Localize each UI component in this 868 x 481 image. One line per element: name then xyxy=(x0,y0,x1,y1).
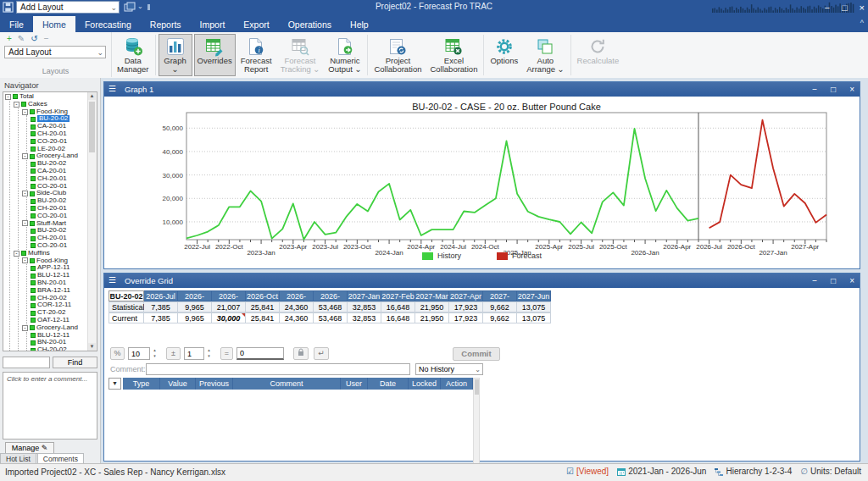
tree-item-cakes[interactable]: -Cakes xyxy=(14,101,87,108)
tree-collapse-icon[interactable]: - xyxy=(22,325,28,331)
grid-cell[interactable]: 53,468 xyxy=(314,301,348,312)
tree-item-ca-20-01[interactable]: CA-20-01 xyxy=(31,168,87,175)
history-column-action[interactable]: Action xyxy=(441,378,473,390)
tree-collapse-icon[interactable]: - xyxy=(22,109,28,115)
history-table-scrollbar[interactable] xyxy=(473,378,480,467)
menu-tab-home[interactable]: Home xyxy=(33,16,75,32)
maximize-icon[interactable]: □ xyxy=(831,85,836,94)
grid-column-header[interactable]: 2026-Nov xyxy=(280,290,314,301)
menu-tab-export[interactable]: Export xyxy=(234,16,278,32)
minimize-icon[interactable]: − xyxy=(812,276,817,285)
manage-button[interactable]: Manage ✎ xyxy=(5,442,54,454)
grid-column-header[interactable]: 2026-Oct xyxy=(246,290,280,301)
grid-column-header[interactable]: 2027-Feb xyxy=(381,290,415,301)
tree-item-ch-20-02[interactable]: CH-20-02 xyxy=(31,346,87,351)
tree-item-grocery-land[interactable]: -Grocery-Land xyxy=(22,152,87,160)
tree-item-bu-20-02[interactable]: BU-20-02 xyxy=(31,227,87,235)
tree-item-bu-20-02[interactable]: BU-20-02 xyxy=(31,197,87,205)
status-hierarchy[interactable]: Hierarchy 1-2-3-4 xyxy=(715,467,792,476)
grid-cell[interactable]: 24,360 xyxy=(280,312,314,323)
grid-cell[interactable]: 32,853 xyxy=(348,301,381,312)
tree-item-ch-20-01[interactable]: CH-20-01 xyxy=(31,235,87,242)
options-button[interactable]: Options xyxy=(487,34,521,76)
tree-item-le-20-02[interactable]: LE-20-02 xyxy=(31,146,87,153)
step-value-input[interactable] xyxy=(184,347,204,360)
tree-collapse-icon[interactable]: - xyxy=(22,220,28,226)
grid-cell[interactable]: 21,950 xyxy=(415,312,449,323)
comment-box[interactable]: Click to enter a comment... xyxy=(3,372,97,440)
grid-cell[interactable]: 9,662 xyxy=(483,301,517,312)
tree-collapse-icon[interactable]: - xyxy=(22,153,28,159)
grid-cell[interactable]: 21,950 xyxy=(415,301,449,312)
hamburger-icon[interactable]: ☰ xyxy=(108,84,116,93)
grid-cell[interactable]: 9,662 xyxy=(483,312,517,323)
tree-collapse-icon[interactable]: - xyxy=(22,257,28,263)
minimize-icon[interactable]: − xyxy=(824,0,829,15)
tree-scrollbar[interactable]: ▲ ▼ xyxy=(87,92,97,351)
grid-cell[interactable]: 9,965 xyxy=(178,301,212,312)
grid-cell[interactable]: 30,000 xyxy=(212,312,246,323)
grid-cell[interactable]: 17,923 xyxy=(449,301,483,312)
scrollbar-thumb[interactable] xyxy=(89,102,95,152)
menu-tab-reports[interactable]: Reports xyxy=(141,16,191,32)
undo-layout-button[interactable]: ↺ xyxy=(31,34,37,43)
grid-cell[interactable]: 16,648 xyxy=(381,312,415,323)
tree-item-app-12-11[interactable]: APP-12-11 xyxy=(31,264,87,272)
grid-cell[interactable]: 7,385 xyxy=(144,312,178,323)
graph-button[interactable]: Graph⌄ xyxy=(159,34,192,76)
grid-cell[interactable]: 13,075 xyxy=(517,312,551,323)
remove-layout-button[interactable]: − xyxy=(44,34,49,43)
tree-item-ca-20-01[interactable]: CA-20-01 xyxy=(31,123,87,130)
tree-item-bu-20-02[interactable]: BU-20-02 xyxy=(31,160,87,168)
close-icon[interactable]: × xyxy=(860,0,865,15)
grid-column-header[interactable]: 2027-May xyxy=(483,290,517,301)
tree-item-total[interactable]: -Total xyxy=(5,93,87,101)
grid-column-header[interactable]: 2027-Mar xyxy=(415,290,449,301)
tree-item-co-20-01[interactable]: CO-20-01 xyxy=(31,183,87,191)
override-comment-input[interactable] xyxy=(146,363,410,375)
menu-tab-import[interactable]: Import xyxy=(191,16,235,32)
tree-item-grocery-land[interactable]: -Grocery-Land xyxy=(22,324,87,332)
tree-item-muffins[interactable]: -Muffins xyxy=(14,250,87,257)
scroll-up-icon[interactable]: ▲ xyxy=(88,92,96,100)
tree-item-food-king[interactable]: -Food-King xyxy=(22,257,87,265)
grid-column-header[interactable]: 2026-Sep xyxy=(212,290,246,301)
close-icon[interactable]: × xyxy=(849,85,854,94)
edit-layout-button[interactable]: ✎ xyxy=(18,34,25,43)
find-button[interactable]: Find xyxy=(53,357,97,368)
menu-tab-forecasting[interactable]: Forecasting xyxy=(75,16,141,32)
tree-item-food-king[interactable]: -Food-King xyxy=(22,108,87,116)
history-column-previous[interactable]: Previous xyxy=(196,378,233,390)
project-collaboration-button[interactable]: ProjectCollaboration xyxy=(370,34,425,76)
tree-item-ch-20-01[interactable]: CH-20-01 xyxy=(31,130,87,138)
grid-cell[interactable]: 7,385 xyxy=(144,301,178,312)
grid-column-header[interactable]: 2027-Jan xyxy=(348,290,381,301)
grid-cell[interactable]: 13,075 xyxy=(517,301,551,312)
layout-combo[interactable]: Add Layout⌄ xyxy=(4,46,106,58)
set-value-input[interactable] xyxy=(236,347,284,360)
grid-cell[interactable]: 53,468 xyxy=(314,312,348,323)
auto-arrange-button[interactable]: AutoArrange ⌄ xyxy=(523,34,567,76)
grid-column-header[interactable]: 2026-Jul xyxy=(144,290,178,301)
grid-column-header[interactable]: 2026-Aug xyxy=(178,290,212,301)
history-column-user[interactable]: User xyxy=(341,378,368,390)
tree-item-blu-12-11[interactable]: BLU-12-11 xyxy=(31,272,87,279)
tree-item-bra-12-11[interactable]: BRA-12-11 xyxy=(31,287,87,295)
history-column-value[interactable]: Value xyxy=(160,378,196,390)
override-window-titlebar[interactable]: ☰ Override Grid −□× xyxy=(104,274,860,288)
tree-collapse-icon[interactable]: - xyxy=(14,251,19,257)
filter-button[interactable]: ▼ xyxy=(108,378,121,390)
set-value-button[interactable]: = xyxy=(220,347,233,360)
history-column-type[interactable]: Type xyxy=(123,378,160,390)
history-column-date[interactable]: Date xyxy=(368,378,409,390)
menu-tab-help[interactable]: Help xyxy=(341,16,378,32)
overrides-button[interactable]: Overrides xyxy=(194,34,236,76)
increment-adjust-button[interactable]: ± xyxy=(166,347,181,360)
status-viewed[interactable]: ☑ [Viewed] xyxy=(566,467,609,476)
tree-item-oat-12-11[interactable]: OAT-12-11 xyxy=(31,317,87,324)
tree-collapse-icon[interactable]: - xyxy=(22,191,28,196)
grid-column-header[interactable]: 2026-Dec xyxy=(314,290,348,301)
tree-collapse-icon[interactable]: - xyxy=(14,102,19,108)
maximize-icon[interactable]: □ xyxy=(842,0,848,15)
history-column-locked-y-n[interactable]: Locked Y/N xyxy=(409,378,441,390)
